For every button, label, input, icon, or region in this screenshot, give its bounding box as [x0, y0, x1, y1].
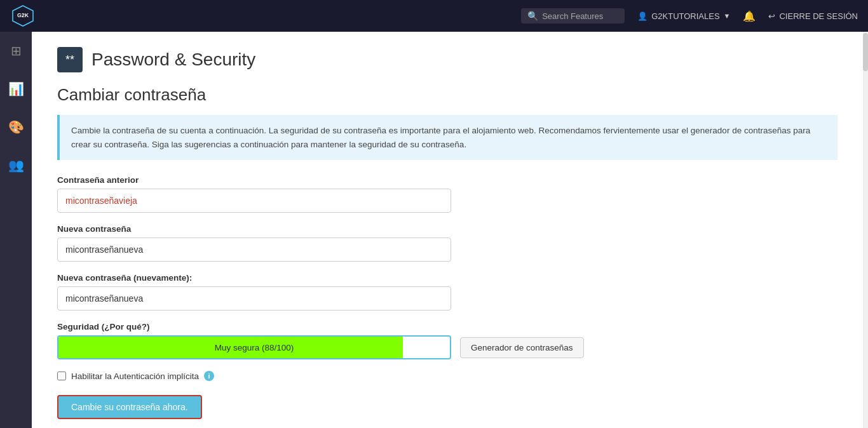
security-group: Seguridad (¿Por qué?) Muy segura (88/100…: [57, 322, 837, 359]
info-text: Cambie la contraseña de su cuenta a cont…: [71, 124, 826, 151]
generator-button[interactable]: Generador de contraseñas: [460, 337, 584, 358]
search-icon: 🔍: [527, 11, 538, 21]
search-input[interactable]: [542, 11, 618, 21]
search-box[interactable]: 🔍: [521, 8, 625, 23]
logout-label: CIERRE DE SESIÓN: [779, 11, 858, 21]
security-label: Seguridad (¿Por qué?): [57, 322, 837, 331]
old-password-group: Contraseña anterior: [57, 175, 837, 213]
security-bar-text: Muy segura (88/100): [58, 343, 450, 352]
sidebar-item-analytics[interactable]: 📊: [4, 77, 27, 100]
user-menu[interactable]: 👤 G2KTUTORIALES ▼: [637, 11, 730, 21]
page-header-icon: **: [57, 47, 83, 72]
logout-icon: ↩: [768, 11, 775, 21]
sidebar-item-users[interactable]: 👥: [4, 154, 27, 177]
new-password-input[interactable]: [57, 237, 451, 262]
confirm-password-input[interactable]: [57, 286, 451, 311]
old-password-label: Contraseña anterior: [57, 175, 837, 185]
scrollbar-track: [863, 32, 868, 428]
confirm-password-group: Nueva contraseña (nuevamente):: [57, 273, 837, 311]
user-name: G2KTUTORIALES: [651, 11, 719, 21]
chevron-down-icon: ▼: [724, 12, 731, 20]
scrollbar-thumb[interactable]: [863, 33, 868, 71]
sidebar-item-dashboard[interactable]: ⊞: [4, 39, 27, 62]
main-content: ** Password & Security Cambiar contraseñ…: [32, 32, 863, 428]
lock-icon: **: [65, 53, 74, 67]
confirm-password-label: Nueva contraseña (nuevamente):: [57, 273, 837, 283]
page-header: ** Password & Security: [57, 47, 837, 72]
old-password-input[interactable]: [57, 189, 451, 213]
password-form: Contraseña anterior Nueva contraseña Nue…: [57, 175, 837, 419]
main-layout: ⊞ 📊 🎨 👥 ** Password & Security Cambiar c…: [0, 32, 868, 428]
page-title: Password & Security: [92, 50, 255, 70]
notifications-bell[interactable]: 🔔: [743, 10, 756, 22]
sidebar-item-themes[interactable]: 🎨: [4, 116, 27, 138]
user-icon: 👤: [637, 11, 648, 21]
sidebar: ⊞ 📊 🎨 👥: [0, 32, 32, 428]
security-bar-wrapper: Muy segura (88/100): [57, 335, 451, 359]
checkbox-row: Habilitar la Autenticación implícita i: [57, 371, 837, 381]
info-icon[interactable]: i: [204, 371, 214, 381]
security-row: Muy segura (88/100) Generador de contras…: [57, 335, 837, 359]
section-title: Cambiar contraseña: [57, 85, 837, 105]
logout-button[interactable]: ↩ CIERRE DE SESIÓN: [768, 11, 858, 21]
submit-button[interactable]: Cambie su contraseña ahora.: [57, 395, 202, 419]
new-password-group: Nueva contraseña: [57, 224, 837, 262]
topnav-right: 🔍 👤 G2KTUTORIALES ▼ 🔔 ↩ CIERRE DE SESIÓN: [521, 8, 858, 23]
logo: G2K: [10, 3, 36, 29]
implicit-auth-checkbox[interactable]: [57, 371, 66, 380]
top-navigation: G2K 🔍 👤 G2KTUTORIALES ▼ 🔔 ↩ CIERRE DE SE…: [0, 0, 868, 32]
info-box: Cambie la contraseña de su cuenta a cont…: [57, 115, 837, 160]
checkbox-label: Habilitar la Autenticación implícita: [71, 371, 199, 381]
new-password-label: Nueva contraseña: [57, 224, 837, 234]
svg-text:G2K: G2K: [17, 12, 29, 18]
